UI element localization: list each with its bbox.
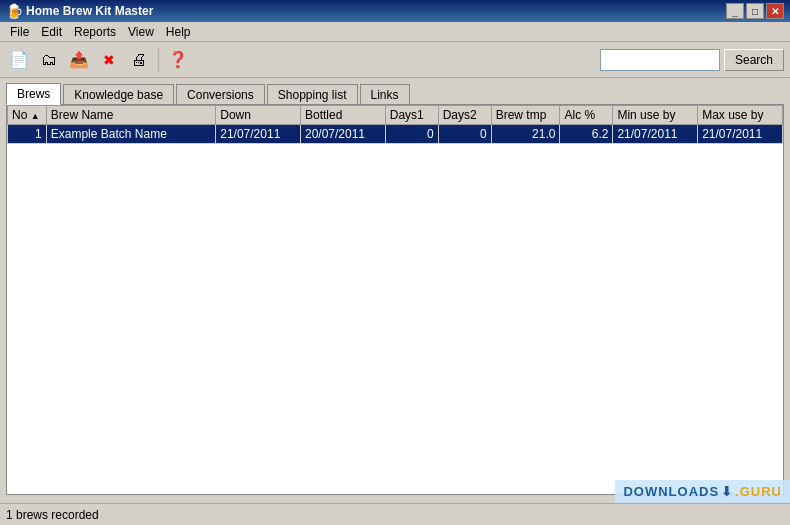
search-button[interactable]: Search: [724, 49, 784, 71]
maximize-button[interactable]: □: [746, 3, 764, 19]
cell-min-use-by: 21/07/2011: [613, 125, 698, 144]
table-row[interactable]: 1Example Batch Name21/07/201120/07/20110…: [8, 125, 783, 144]
tab-brews[interactable]: Brews: [6, 83, 61, 105]
title-bar: 🍺 Home Brew Kit Master _ □ ✕: [0, 0, 790, 22]
tab-conversions[interactable]: Conversions: [176, 84, 265, 105]
cell-alc: 6.2: [560, 125, 613, 144]
cell-no: 1: [8, 125, 47, 144]
col-min-use-by[interactable]: Min use by: [613, 106, 698, 125]
col-no[interactable]: No: [8, 106, 47, 125]
app-title: Home Brew Kit Master: [26, 4, 726, 18]
menu-file[interactable]: File: [4, 23, 35, 41]
toolbar: 📄 🗂 📤 ✖ 🖨 ❓ Search: [0, 42, 790, 78]
tab-knowledge-base[interactable]: Knowledge base: [63, 84, 174, 105]
menu-view[interactable]: View: [122, 23, 160, 41]
help-button[interactable]: ❓: [165, 47, 191, 73]
help-icon: ❓: [168, 50, 188, 69]
search-input[interactable]: [600, 49, 720, 71]
print-icon: 🖨: [131, 51, 147, 69]
col-brew-tmp[interactable]: Brew tmp: [491, 106, 560, 125]
table-header-row: No Brew Name Down Bottled Days1: [8, 106, 783, 125]
print-button[interactable]: 🖨: [126, 47, 152, 73]
new-button[interactable]: 📄: [6, 47, 32, 73]
brews-table: No Brew Name Down Bottled Days1: [7, 105, 783, 144]
col-max-use-by[interactable]: Max use by: [698, 106, 783, 125]
menu-edit[interactable]: Edit: [35, 23, 68, 41]
cell-bottled: 20/07/2011: [300, 125, 385, 144]
cell-max-use-by: 21/07/2011: [698, 125, 783, 144]
window-controls: _ □ ✕: [726, 3, 784, 19]
status-bar: 1 brews recorded: [0, 503, 790, 525]
new-icon: 📄: [9, 50, 29, 69]
close-button[interactable]: ✕: [766, 3, 784, 19]
watermark: DOWNLOADS⬇.GURU: [615, 480, 790, 503]
cell-brew-tmp: 21.0: [491, 125, 560, 144]
tab-shopping-list[interactable]: Shopping list: [267, 84, 358, 105]
export-icon: 📤: [69, 50, 89, 69]
open-button[interactable]: 🗂: [36, 47, 62, 73]
watermark-arrow: ⬇: [721, 484, 733, 499]
menu-help[interactable]: Help: [160, 23, 197, 41]
col-days2[interactable]: Days2: [438, 106, 491, 125]
col-days1[interactable]: Days1: [385, 106, 438, 125]
app-icon: 🍺: [6, 3, 22, 19]
tab-strip: Brews Knowledge base Conversions Shoppin…: [6, 82, 784, 104]
cell-down: 21/07/2011: [216, 125, 301, 144]
status-text: 1 brews recorded: [6, 508, 99, 522]
open-icon: 🗂: [41, 51, 57, 69]
col-brew-name[interactable]: Brew Name: [46, 106, 215, 125]
main-area: Brews Knowledge base Conversions Shoppin…: [0, 78, 790, 503]
cell-brew-name: Example Batch Name: [46, 125, 215, 144]
tab-links[interactable]: Links: [360, 84, 410, 105]
cell-days2: 0: [438, 125, 491, 144]
col-down[interactable]: Down: [216, 106, 301, 125]
delete-icon: ✖: [103, 52, 115, 68]
delete-button[interactable]: ✖: [96, 47, 122, 73]
menu-reports[interactable]: Reports: [68, 23, 122, 41]
toolbar-separator: [158, 48, 159, 72]
export-button[interactable]: 📤: [66, 47, 92, 73]
menu-bar: File Edit Reports View Help: [0, 22, 790, 42]
col-alc[interactable]: Alc %: [560, 106, 613, 125]
minimize-button[interactable]: _: [726, 3, 744, 19]
cell-days1: 0: [385, 125, 438, 144]
col-bottled[interactable]: Bottled: [300, 106, 385, 125]
brews-table-container: No Brew Name Down Bottled Days1: [6, 104, 784, 495]
